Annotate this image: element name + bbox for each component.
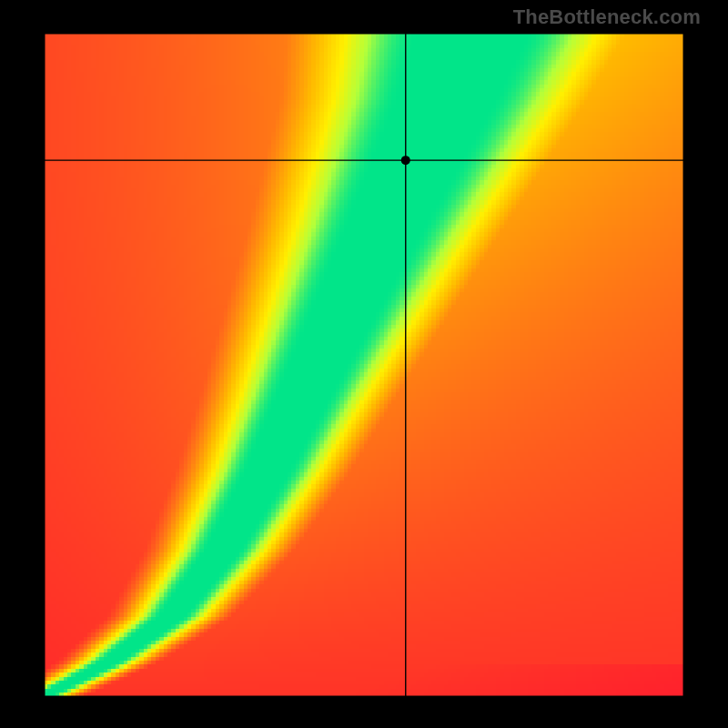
chart-container: TheBottleneck.com (0, 0, 728, 728)
heatmap-canvas (44, 33, 684, 697)
heatmap-plot (44, 33, 684, 697)
watermark-text: TheBottleneck.com (513, 5, 701, 29)
